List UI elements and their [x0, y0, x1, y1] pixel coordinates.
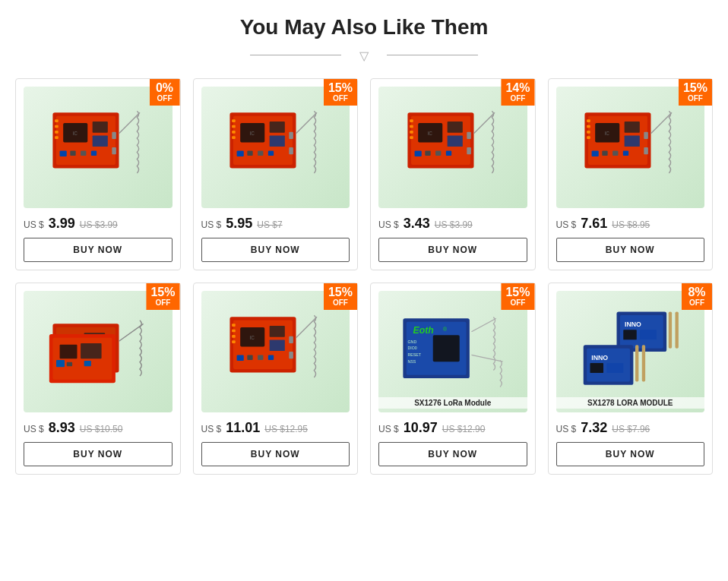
price-area: US $ 8.93 US $10.50: [24, 420, 173, 436]
current-price: 7.61: [581, 216, 607, 232]
buy-now-button[interactable]: BUY NOW: [24, 238, 173, 262]
svg-rect-80: [56, 360, 65, 367]
svg-rect-57: [592, 151, 599, 156]
price-area: US $ 10.97 US $12.90: [378, 420, 527, 436]
svg-text:IC: IC: [427, 131, 432, 136]
chevron-down-icon: ▽: [250, 49, 478, 63]
svg-rect-62: [644, 132, 649, 139]
svg-rect-122: [607, 363, 624, 373]
currency-label: US $: [24, 424, 44, 434]
svg-rect-65: [587, 125, 590, 128]
svg-rect-88: [270, 339, 285, 351]
svg-rect-31: [232, 125, 236, 128]
svg-rect-5: [92, 135, 107, 147]
original-price: US $8.95: [612, 219, 650, 230]
svg-rect-39: [447, 135, 462, 147]
badge-percent: 15%: [150, 286, 175, 298]
buy-now-button[interactable]: BUY NOW: [556, 238, 705, 262]
svg-text:IC: IC: [250, 335, 255, 340]
svg-rect-82: [84, 361, 90, 366]
badge-percent: 15%: [328, 81, 353, 94]
svg-rect-43: [446, 151, 451, 156]
svg-rect-55: [625, 122, 640, 133]
svg-line-29: [296, 112, 318, 134]
svg-rect-114: [624, 330, 638, 339]
product-card-2: 15%OFF IC US $ 5.95 US $7 BUY NOW: [193, 78, 359, 270]
buy-now-button[interactable]: BUY NOW: [201, 442, 350, 466]
svg-rect-21: [270, 122, 285, 133]
svg-rect-44: [467, 147, 471, 154]
buy-now-button[interactable]: BUY NOW: [378, 442, 527, 466]
badge-off: OFF: [328, 94, 353, 103]
svg-rect-89: [237, 355, 244, 361]
svg-rect-13: [55, 119, 59, 122]
svg-rect-59: [612, 151, 618, 156]
currency-label: US $: [24, 219, 44, 230]
original-price: US $3.99: [80, 219, 118, 230]
svg-text:IC: IC: [250, 131, 255, 136]
current-price: 3.99: [49, 216, 75, 232]
original-price: US $3.99: [435, 219, 473, 230]
product-caption: SX1276 LoRa Module: [378, 397, 527, 409]
buy-now-button[interactable]: BUY NOW: [201, 238, 350, 262]
discount-badge: 14%OFF: [501, 79, 534, 106]
svg-rect-66: [587, 131, 590, 134]
badge-off: OFF: [150, 298, 175, 307]
badge-off: OFF: [505, 298, 530, 307]
current-price: 8.93: [49, 420, 75, 436]
badge-percent: 14%: [505, 81, 530, 94]
product-card-3: 14%OFF IC US $ 3.43 US $3.99 BUY NOW: [370, 78, 536, 270]
svg-line-12: [119, 112, 140, 134]
svg-rect-38: [447, 122, 462, 133]
svg-rect-121: [590, 363, 604, 373]
original-price: US $7: [257, 219, 282, 230]
svg-rect-24: [248, 151, 253, 156]
current-price: 5.95: [226, 216, 252, 232]
svg-rect-42: [435, 151, 441, 156]
product-card-1: 0%OFF IC US $ 3.99 US $3.99 BUY NOW: [15, 78, 181, 270]
svg-text:INNO: INNO: [592, 354, 609, 362]
buy-now-button[interactable]: BUY NOW: [378, 238, 527, 262]
product-card-5: 15%OFF US $ 8.93 US $10.50 BUY NOW: [15, 283, 181, 475]
svg-rect-97: [232, 330, 236, 333]
badge-off: OFF: [686, 298, 707, 307]
badge-off: OFF: [328, 298, 353, 307]
badge-percent: 0%: [156, 81, 173, 94]
buy-now-button[interactable]: BUY NOW: [556, 442, 705, 466]
price-area: US $ 7.32 US $7.96: [556, 420, 705, 436]
buy-now-button[interactable]: BUY NOW: [24, 442, 173, 466]
current-price: 7.32: [581, 420, 607, 436]
svg-rect-25: [258, 151, 263, 156]
svg-rect-16: [55, 136, 59, 139]
svg-rect-26: [268, 151, 274, 156]
product-card-4: 15%OFF IC US $ 7.61 US $8.95 BUY NOW: [548, 78, 714, 270]
svg-rect-93: [290, 352, 294, 358]
badge-percent: 15%: [505, 286, 530, 298]
currency-label: US $: [378, 424, 399, 434]
discount-badge: 8%OFF: [682, 283, 712, 310]
svg-rect-45: [467, 132, 471, 139]
svg-rect-4: [92, 122, 107, 133]
current-price: 10.97: [404, 420, 438, 436]
svg-rect-117: [676, 312, 679, 349]
svg-rect-64: [587, 119, 590, 122]
original-price: US $10.50: [80, 424, 123, 434]
price-area: US $ 7.61 US $8.95: [556, 216, 705, 232]
discount-badge: 15%OFF: [324, 283, 357, 310]
svg-rect-98: [232, 335, 236, 338]
svg-rect-79: [81, 343, 102, 358]
original-price: US $12.90: [442, 424, 486, 434]
currency-label: US $: [201, 219, 222, 230]
price-area: US $ 5.95 US $7: [201, 216, 350, 232]
svg-rect-15: [55, 131, 59, 134]
svg-line-46: [473, 112, 495, 134]
svg-rect-33: [232, 136, 236, 139]
svg-text:IC: IC: [605, 131, 610, 136]
svg-text:IC: IC: [72, 131, 78, 136]
badge-percent: 15%: [328, 286, 353, 298]
discount-badge: 15%OFF: [501, 283, 534, 310]
svg-line-63: [651, 112, 673, 134]
svg-rect-56: [625, 135, 640, 147]
svg-text:GND: GND: [407, 339, 416, 344]
svg-rect-14: [55, 125, 59, 128]
